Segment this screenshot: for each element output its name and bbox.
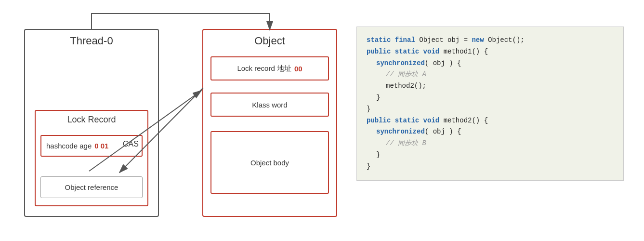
code-line-8: public static void method2() { (367, 115, 614, 127)
lock-addr-label: Lock record 地址 (237, 64, 291, 73)
diagram-area: Thread-0 Lock Record hashcode age 0 01 O… (0, 0, 644, 241)
object-box: Object Lock record 地址 00 Klass word Obje… (202, 29, 337, 217)
code-line-1: static final Object obj = new Object(); (367, 35, 614, 46)
cas-label: CAS (123, 140, 139, 148)
code-line-10: // 同步块 B (367, 138, 614, 149)
klass-label: Klass word (252, 101, 287, 109)
obj-ref-row: Object reference (40, 176, 143, 198)
object-title: Object (203, 35, 336, 47)
code-line-9: synchronized( obj ) { (367, 126, 614, 138)
code-line-4: // 同步块 A (367, 69, 614, 80)
hashcode-nums: 0 01 (94, 142, 108, 150)
lock-record-title: Lock Record (36, 115, 147, 125)
kw-static-final: static final (367, 36, 415, 44)
hashcode-label: hashcode age (46, 142, 92, 150)
code-line-11: } (367, 149, 614, 161)
code-block: static final Object obj = new Object(); … (356, 27, 624, 181)
obj-body-row: Object body (210, 131, 329, 194)
obj-ref-label: Object reference (65, 183, 118, 191)
code-line-12: } (367, 161, 614, 173)
code-line-2: public static void method1() { (367, 46, 614, 58)
obj-body-label: Object body (250, 159, 289, 167)
thread-title: Thread-0 (25, 35, 158, 47)
code-line-7: } (367, 104, 614, 115)
klass-row: Klass word (210, 93, 329, 117)
code-line-6: } (367, 92, 614, 104)
lock-addr-num: 00 (294, 65, 302, 73)
code-line-3: synchronized( obj ) { (367, 58, 614, 69)
lock-record-box: Lock Record hashcode age 0 01 Object ref… (35, 110, 148, 206)
lock-addr-row: Lock record 地址 00 (210, 56, 329, 80)
code-line-5: method2(); (367, 80, 614, 92)
thread-box: Thread-0 Lock Record hashcode age 0 01 O… (24, 29, 159, 217)
